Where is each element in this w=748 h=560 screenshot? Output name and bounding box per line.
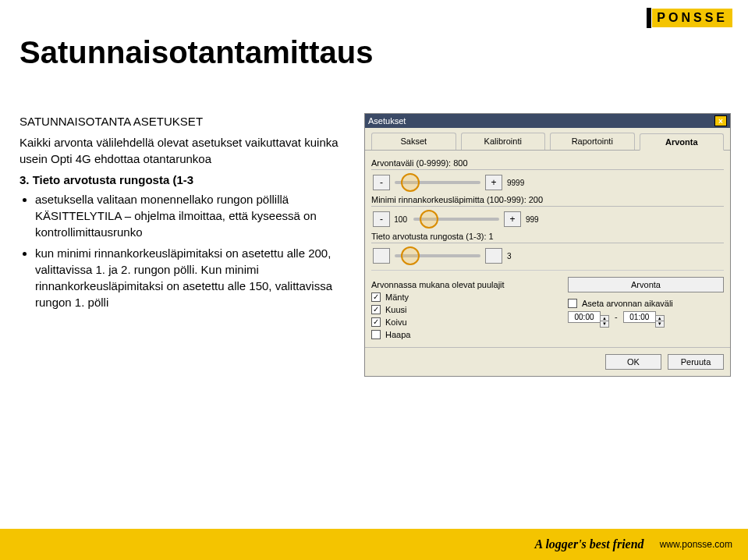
highlight-marker-icon bbox=[401, 246, 420, 265]
row-tieto-slider: 3 bbox=[371, 248, 724, 264]
checkbox-haapa[interactable]: Haapa bbox=[371, 330, 560, 339]
minus-button[interactable] bbox=[373, 248, 390, 264]
time-sep: - bbox=[612, 312, 621, 321]
checkbox-label: Kuusi bbox=[385, 305, 407, 314]
spinner-icon[interactable]: ▲▼ bbox=[655, 315, 665, 328]
checkbox-icon: ✓ bbox=[371, 317, 381, 327]
minus-button[interactable]: - bbox=[373, 211, 390, 227]
slider[interactable] bbox=[413, 218, 499, 221]
time-to-input[interactable]: 01:00 bbox=[623, 311, 656, 323]
checkbox-manty[interactable]: ✓ Mänty bbox=[371, 292, 560, 302]
bullet-list: asetuksella valitaan monennellako rungon… bbox=[19, 191, 347, 310]
checkbox-label: Koivu bbox=[385, 317, 407, 327]
checkbox-icon bbox=[371, 330, 381, 339]
section-subheading: SATUNNAISOTANTA ASETUKSET bbox=[19, 113, 347, 129]
slider-max: 9999 bbox=[504, 179, 529, 187]
checkbox-label: Haapa bbox=[385, 330, 410, 339]
row-minimi-slider: - 100 + 999 bbox=[371, 211, 724, 227]
minus-button[interactable]: - bbox=[373, 175, 390, 190]
slider-max: 999 bbox=[523, 215, 548, 224]
checkbox-label: Mänty bbox=[385, 292, 409, 302]
dialog-body: Arvontaväli (0-9999): 800 - + 9999 Minim… bbox=[365, 151, 730, 347]
row-arvontavali-slider: - + 9999 bbox=[371, 175, 724, 190]
checkbox-interval[interactable]: Aseta arvonnan aikaväli bbox=[568, 299, 724, 308]
checkbox-icon bbox=[568, 299, 577, 308]
slider-min: 100 bbox=[392, 215, 410, 224]
dialog-titlebar: Asetukset × bbox=[365, 114, 730, 128]
page-footer: A logger's best friend www.ponsse.com bbox=[0, 529, 748, 560]
species-heading: Arvonnassa mukana olevat puulajit bbox=[371, 280, 560, 289]
ok-button[interactable]: OK bbox=[605, 354, 661, 370]
footer-url: www.ponsse.com bbox=[660, 539, 732, 550]
tab-kalibrointi[interactable]: Kalibrointi bbox=[461, 133, 546, 150]
list-item: asetuksella valitaan monennellako rungon… bbox=[35, 191, 347, 240]
tab-raportointi[interactable]: Raportointi bbox=[550, 133, 635, 150]
plus-button[interactable] bbox=[485, 248, 502, 264]
row-arvontavali: Arvontaväli (0-9999): 800 bbox=[371, 158, 724, 170]
slider-max: 3 bbox=[504, 252, 529, 261]
section-intro: Kaikki arvonta välilehdellä olevat asetu… bbox=[19, 134, 347, 167]
species-area: Arvonnassa mukana olevat puulajit ✓ Mänt… bbox=[371, 277, 724, 342]
arvonta-column: Arvonta Aseta arvonnan aikaväli 00:00▲▼ … bbox=[568, 277, 724, 342]
tab-bar: Sakset Kalibrointi Raportointi Arvonta bbox=[365, 128, 730, 151]
row-label: Minimi rinnankorkeusläpimitta (100-999):… bbox=[371, 195, 724, 207]
species-column: Arvonnassa mukana olevat puulajit ✓ Mänt… bbox=[371, 277, 560, 342]
plus-button[interactable]: + bbox=[485, 175, 502, 190]
plus-button[interactable]: + bbox=[504, 211, 521, 227]
spinner-icon[interactable]: ▲▼ bbox=[600, 315, 609, 328]
row-label: Arvontaväli (0-9999): 800 bbox=[371, 158, 724, 170]
highlight-marker-icon bbox=[401, 173, 420, 192]
close-icon: × bbox=[718, 117, 723, 126]
row-label: Tieto arvotusta rungosta (1-3): 1 bbox=[371, 232, 724, 243]
cancel-button[interactable]: Peruuta bbox=[668, 354, 724, 370]
logo-bar-icon bbox=[647, 8, 651, 28]
settings-dialog: Asetukset × Sakset Kalibrointi Raportoin… bbox=[364, 113, 731, 377]
time-range: 00:00▲▼ - 01:00▲▼ bbox=[568, 311, 724, 328]
close-button[interactable]: × bbox=[714, 115, 727, 126]
checkbox-label: Aseta arvonnan aikaväli bbox=[582, 299, 673, 308]
checkbox-koivu[interactable]: ✓ Koivu bbox=[371, 317, 560, 327]
checkbox-icon: ✓ bbox=[371, 292, 381, 302]
checkbox-kuusi[interactable]: ✓ Kuusi bbox=[371, 305, 560, 314]
row-tieto: Tieto arvotusta rungosta (1-3): 1 bbox=[371, 232, 724, 243]
checkbox-icon: ✓ bbox=[371, 305, 381, 314]
tab-arvonta[interactable]: Arvonta bbox=[640, 133, 725, 151]
dialog-footer: OK Peruuta bbox=[365, 347, 730, 376]
highlight-marker-icon bbox=[420, 210, 438, 229]
dialog-title: Asetukset bbox=[368, 116, 406, 126]
page-title: Satunnaisotantamittaus bbox=[19, 35, 373, 70]
text-column: SATUNNAISOTANTA ASETUKSET Kaikki arvonta… bbox=[19, 113, 347, 315]
footer-tagline: A logger's best friend bbox=[535, 537, 644, 551]
separator bbox=[371, 270, 724, 271]
brand-name: PONSSE bbox=[652, 9, 732, 27]
slider[interactable] bbox=[395, 181, 480, 184]
brand-logo: PONSSE bbox=[647, 8, 732, 28]
step-heading: 3. Tieto arvotusta rungosta (1-3 bbox=[19, 172, 347, 188]
list-item: kun minimi rinnankorkeusläpimitaksi on a… bbox=[35, 245, 347, 310]
tab-sakset[interactable]: Sakset bbox=[371, 133, 456, 150]
row-minimi: Minimi rinnankorkeusläpimitta (100-999):… bbox=[371, 195, 724, 207]
arvonta-button[interactable]: Arvonta bbox=[568, 277, 724, 292]
time-from-input[interactable]: 00:00 bbox=[568, 311, 601, 323]
slider[interactable] bbox=[395, 254, 480, 257]
